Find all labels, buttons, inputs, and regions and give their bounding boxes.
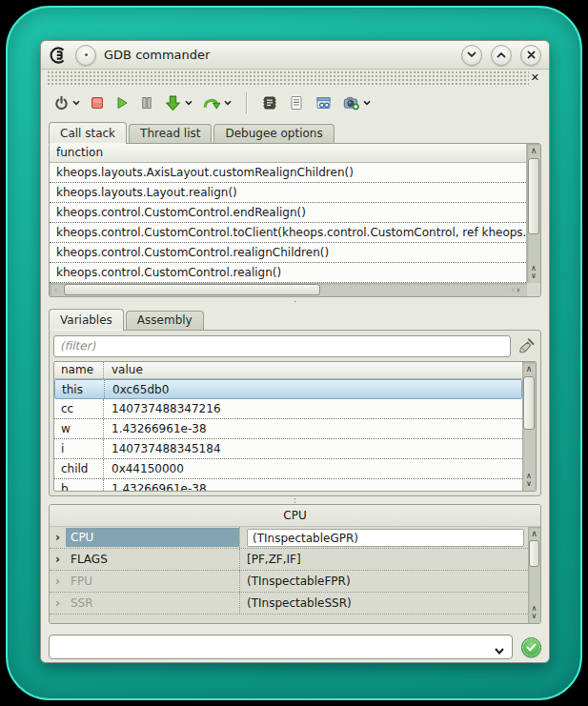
menu-dot-icon: [85, 53, 88, 56]
scroll-up-icon[interactable]: ∧: [527, 144, 540, 156]
expand-icon[interactable]: ›: [50, 531, 66, 544]
variable-row[interactable]: b 1.43266961e-38: [54, 479, 522, 492]
add-snapshot-button[interactable]: [339, 91, 374, 115]
call-stack-column-header[interactable]: function: [50, 144, 526, 163]
variables-panel: name value this 0xc65db0 cc 140737488347…: [49, 330, 541, 496]
close-icon: [527, 50, 536, 59]
scroll-left-icon[interactable]: ‹: [511, 285, 515, 294]
camera-add-icon: [342, 94, 360, 111]
scroll-right-icon[interactable]: ›: [517, 285, 520, 294]
tab-assembly[interactable]: Assembly: [126, 311, 204, 330]
dock-titlebar[interactable]: ✕: [47, 71, 543, 86]
variable-row[interactable]: i 140737488345184: [54, 439, 522, 459]
cpu-row[interactable]: › FPU (TInspectableFPR): [50, 571, 528, 593]
tab-variables[interactable]: Variables: [49, 309, 124, 331]
tab-thread-list[interactable]: Thread list: [129, 124, 212, 143]
variables-filter-input[interactable]: [53, 335, 511, 357]
call-stack-row[interactable]: kheops.control.CustomControl.toClient(kh…: [50, 223, 526, 243]
pause-button[interactable]: [136, 91, 157, 115]
scroll-up-icon[interactable]: ∧: [522, 362, 536, 374]
continue-button[interactable]: [112, 91, 132, 115]
combo-dropdown-button[interactable]: [494, 641, 505, 659]
watch-window-button[interactable]: [312, 91, 335, 115]
dropdown-chevron-icon: [224, 100, 232, 106]
step-over-icon: [202, 94, 221, 112]
broom-icon: [517, 337, 536, 355]
scroll-left-icon[interactable]: ‹: [50, 283, 62, 296]
column-header-name[interactable]: name: [54, 362, 104, 378]
scrollbar-thumb[interactable]: [529, 540, 539, 567]
scroll-down-icon[interactable]: ∨: [532, 613, 537, 620]
watch-window-icon: [314, 94, 333, 111]
splitter-handle[interactable]: :: [41, 496, 549, 504]
unshade-button[interactable]: [491, 45, 512, 66]
shade-button[interactable]: [461, 45, 482, 66]
stop-button[interactable]: [87, 91, 108, 115]
column-header-value[interactable]: value: [104, 362, 522, 378]
document-view-button[interactable]: [285, 91, 308, 115]
call-stack-row[interactable]: kheops.control.CustomControl.endRealign(…: [50, 203, 526, 223]
check-icon: [526, 643, 537, 652]
cpu-row[interactable]: › FLAGS [PF,ZF,IF]: [50, 549, 528, 571]
cpu-inspector-button[interactable]: [258, 91, 281, 115]
power-button[interactable]: [51, 91, 83, 115]
cpu-value-editbox[interactable]: (TInspectableGPR): [247, 529, 524, 547]
variables-vertical-scrollbar[interactable]: ∧ ∧∨: [522, 362, 536, 491]
step-into-icon: [164, 94, 182, 112]
window-menu-button[interactable]: [75, 45, 96, 66]
scrollbar-thumb[interactable]: [64, 284, 320, 295]
play-icon: [114, 95, 130, 111]
call-stack-vertical-scrollbar[interactable]: ∧ ∧∨: [527, 144, 540, 283]
cpu-panel-title: CPU: [50, 505, 540, 526]
call-stack-row[interactable]: kheops.layouts.AxisLayout.customRealignC…: [50, 163, 526, 183]
gdb-command-input[interactable]: [50, 635, 512, 658]
pause-icon: [139, 95, 154, 111]
send-command-button[interactable]: [521, 637, 541, 657]
call-stack-row[interactable]: kheops.layouts.Layout.realign(): [50, 183, 526, 203]
call-stack-horizontal-scrollbar[interactable]: ‹ ‹›: [50, 283, 527, 296]
tab-debugee-options[interactable]: Debugee options: [213, 124, 334, 143]
variables-rows: this 0xc65db0 cc 140737488347216 w 1.432…: [54, 379, 522, 492]
scroll-down-icon[interactable]: ∨: [526, 480, 532, 488]
expand-icon[interactable]: ›: [50, 596, 66, 610]
variable-row[interactable]: child 0x44150000: [54, 459, 522, 479]
cpu-row[interactable]: › SSR (TInspectableSSR): [50, 593, 528, 615]
call-stack-row[interactable]: kheops.control.CustomControl.realign(): [50, 263, 526, 283]
dropdown-chevron-icon: [72, 100, 80, 106]
power-icon: [53, 95, 70, 111]
gdb-command-combobox[interactable]: [49, 635, 513, 659]
variable-row[interactable]: cc 140737488347216: [54, 399, 522, 419]
dock-close-button[interactable]: ✕: [529, 71, 541, 86]
dropdown-chevron-icon: [363, 100, 371, 106]
cpu-vertical-scrollbar[interactable]: ∧ ∧∨: [528, 527, 540, 623]
expand-icon[interactable]: ›: [50, 575, 66, 588]
scrollbar-thumb[interactable]: [523, 376, 535, 430]
scroll-up-icon[interactable]: ∧: [528, 527, 540, 539]
step-over-button[interactable]: [199, 91, 234, 115]
splitter-handle[interactable]: ·: [41, 297, 549, 307]
stop-icon: [90, 95, 105, 111]
clear-filter-button[interactable]: [516, 335, 537, 356]
step-into-button[interactable]: [161, 91, 195, 115]
teal-device-frame: GDB commander ✕: [6, 6, 582, 700]
expand-icon[interactable]: ›: [50, 553, 66, 566]
call-stack-panel: function kheops.layouts.AxisLayout.custo…: [49, 143, 541, 297]
scroll-down-icon[interactable]: ∨: [531, 272, 537, 280]
window-titlebar: GDB commander: [41, 41, 549, 70]
close-window-button[interactable]: [520, 45, 541, 66]
debug-toolbar: [41, 86, 549, 120]
cpu-row-selected[interactable]: › CPU (TInspectableGPR): [50, 527, 528, 549]
cpu-register-rows: › CPU (TInspectableGPR) › FLAGS [PF,ZF,I…: [50, 527, 528, 623]
chevron-down-icon: [494, 647, 505, 656]
variable-row-selected[interactable]: this 0xc65db0: [54, 379, 522, 399]
dropdown-chevron-icon: [185, 100, 193, 106]
toolbar-separator: [246, 92, 247, 113]
call-stack-row[interactable]: kheops.control.CustomControl.realignChil…: [50, 243, 526, 263]
chevron-down-icon: [467, 51, 476, 58]
tab-call-stack[interactable]: Call stack: [49, 122, 127, 144]
variable-row[interactable]: w 1.43266961e-38: [54, 419, 522, 439]
variables-header-row[interactable]: name value: [54, 362, 522, 379]
document-icon: [288, 94, 305, 111]
scrollbar-thumb[interactable]: [528, 158, 539, 234]
variables-table: name value this 0xc65db0 cc 140737488347…: [53, 361, 537, 492]
